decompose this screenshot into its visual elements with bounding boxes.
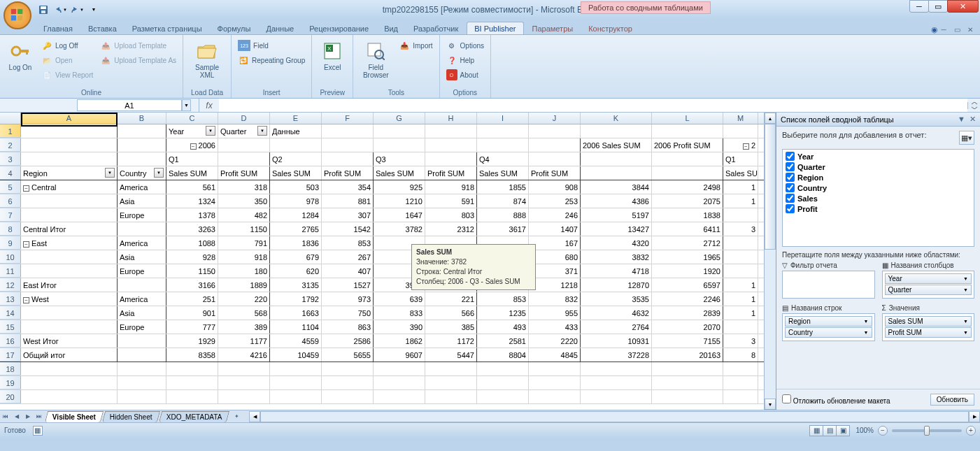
select-all-corner[interactable]: [0, 113, 21, 124]
cell[interactable]: 4320: [581, 236, 652, 250]
cell[interactable]: Quarter▼: [218, 124, 270, 138]
cell[interactable]: Sales SUM: [270, 166, 322, 180]
row-header[interactable]: 12: [0, 278, 21, 292]
cell[interactable]: 1836: [270, 236, 322, 250]
cell[interactable]: America: [118, 292, 166, 306]
cell[interactable]: Q3: [374, 152, 425, 166]
filter-dropdown[interactable]: ▼: [105, 168, 115, 178]
tab-nav-first[interactable]: ⏮: [0, 411, 11, 422]
cell[interactable]: 978: [270, 194, 322, 208]
zone-pill[interactable]: Country▼: [785, 327, 872, 338]
cell[interactable]: 3782: [374, 222, 425, 236]
cell[interactable]: [723, 208, 758, 222]
cell[interactable]: 5655: [322, 348, 374, 361]
rows-zone[interactable]: Region▼Country▼: [782, 313, 875, 341]
cell[interactable]: 2581: [477, 334, 529, 348]
row-header[interactable]: 1: [0, 124, 21, 138]
cell[interactable]: 5197: [581, 208, 652, 222]
maximize-button[interactable]: ▭: [928, 0, 948, 13]
col-header[interactable]: L: [652, 113, 723, 124]
cell[interactable]: 1172: [425, 334, 477, 348]
row-header[interactable]: 15: [0, 320, 21, 334]
cell[interactable]: 620: [270, 264, 322, 278]
field-list-close[interactable]: ✕: [970, 115, 976, 123]
cell[interactable]: 493: [477, 320, 529, 334]
mdi-close[interactable]: ✕: [965, 24, 976, 34]
cell[interactable]: −Central: [21, 180, 118, 194]
filter-dropdown[interactable]: ▼: [206, 126, 215, 136]
cell[interactable]: 2586: [322, 334, 374, 348]
col-header[interactable]: M: [723, 113, 758, 124]
upload-template-button[interactable]: 📤Upload Template: [98, 38, 178, 52]
cell[interactable]: [581, 152, 652, 166]
cell[interactable]: 307: [322, 208, 374, 222]
cell[interactable]: Profit SUM: [322, 166, 374, 180]
cell[interactable]: Q2: [270, 152, 322, 166]
cell[interactable]: 639: [374, 292, 425, 306]
cell[interactable]: [21, 152, 118, 166]
cell[interactable]: [374, 138, 425, 152]
field-item[interactable]: Profit: [784, 203, 972, 214]
col-header[interactable]: I: [477, 113, 529, 124]
cell[interactable]: [21, 124, 118, 138]
cell[interactable]: −East: [21, 236, 118, 250]
cell[interactable]: 918: [425, 180, 477, 194]
field-list[interactable]: YearQuarterRegionCountrySalesProfit: [782, 149, 974, 247]
cell[interactable]: 5447: [425, 348, 477, 361]
cell[interactable]: [529, 152, 581, 166]
cell[interactable]: [21, 320, 118, 334]
cell[interactable]: [21, 194, 118, 208]
view-pagelayout[interactable]: ▤: [823, 425, 837, 436]
cell[interactable]: [723, 250, 758, 264]
cell[interactable]: 955: [529, 306, 581, 320]
insert-sheet-button[interactable]: ✦: [231, 411, 242, 422]
row-header[interactable]: 19: [0, 376, 21, 389]
cell[interactable]: 8804: [477, 348, 529, 361]
zoom-level[interactable]: 100%: [855, 427, 874, 434]
cell[interactable]: 863: [322, 320, 374, 334]
cell[interactable]: 4632: [581, 306, 652, 320]
tab-layout[interactable]: Разметка страницы: [125, 22, 209, 34]
cell[interactable]: [723, 264, 758, 278]
cell[interactable]: [425, 152, 477, 166]
office-button[interactable]: [3, 1, 31, 29]
field-checkbox[interactable]: [786, 194, 795, 203]
cell[interactable]: [723, 124, 758, 138]
cell[interactable]: 503: [270, 180, 322, 194]
save-button[interactable]: [36, 3, 50, 17]
row-header[interactable]: 8: [0, 222, 21, 236]
cell[interactable]: 918: [218, 250, 270, 264]
cell[interactable]: Profit SUM: [425, 166, 477, 180]
row-header[interactable]: 3: [0, 152, 21, 166]
cell[interactable]: 13427: [581, 222, 652, 236]
cell[interactable]: [118, 152, 166, 166]
collapse-button[interactable]: −: [23, 185, 29, 192]
zone-pill[interactable]: Year▼: [885, 273, 972, 284]
cell[interactable]: Asia: [118, 194, 166, 208]
cell[interactable]: 1965: [652, 250, 723, 264]
cell[interactable]: 4216: [218, 348, 270, 361]
cell[interactable]: 20163: [652, 348, 723, 361]
cell[interactable]: 3: [723, 334, 758, 348]
cell[interactable]: Region▼: [21, 166, 118, 180]
cell[interactable]: Sales SUM: [477, 166, 529, 180]
cell[interactable]: 3135: [270, 278, 322, 292]
cell[interactable]: 4845: [529, 348, 581, 361]
cell[interactable]: [21, 250, 118, 264]
row-header[interactable]: 14: [0, 306, 21, 320]
cell[interactable]: Asia: [118, 306, 166, 320]
field-checkbox[interactable]: [786, 173, 795, 182]
open-button[interactable]: 📂Open: [39, 53, 95, 67]
zoom-slider[interactable]: [892, 429, 962, 432]
cell[interactable]: 1889: [218, 278, 270, 292]
tab-nav-last[interactable]: ⏭: [34, 411, 45, 422]
cell[interactable]: 389: [218, 320, 270, 334]
cell[interactable]: [723, 236, 758, 250]
help-button[interactable]: ◉: [931, 25, 938, 34]
cell[interactable]: [21, 138, 118, 152]
cell[interactable]: 246: [529, 208, 581, 222]
tab-home[interactable]: Главная: [36, 22, 80, 34]
close-button[interactable]: ✕: [947, 0, 979, 13]
options-button[interactable]: ⚙Options: [444, 38, 486, 52]
cell[interactable]: [218, 152, 270, 166]
